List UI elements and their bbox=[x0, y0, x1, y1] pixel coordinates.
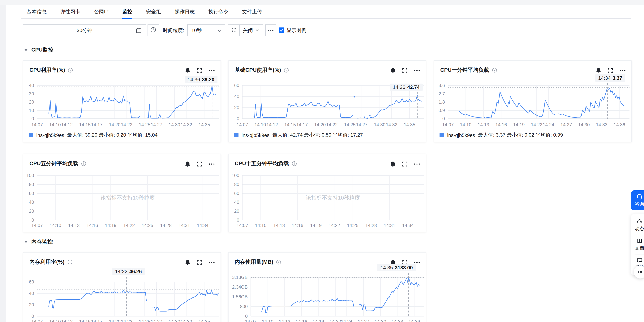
alarm-bell-icon[interactable] bbox=[390, 161, 396, 167]
svg-text:60: 60 bbox=[29, 191, 34, 196]
svg-text:14:28: 14:28 bbox=[366, 223, 377, 228]
info-icon[interactable] bbox=[81, 161, 86, 166]
auto-refresh-select[interactable]: 关闭 bbox=[240, 24, 263, 36]
collapse-caret-icon bbox=[24, 49, 28, 51]
svg-text:14:07: 14:07 bbox=[31, 319, 43, 322]
fullscreen-icon[interactable] bbox=[607, 68, 614, 74]
info-icon[interactable] bbox=[67, 259, 72, 265]
svg-text:14:33: 14:33 bbox=[392, 319, 403, 322]
alarm-bell-icon[interactable] bbox=[184, 259, 191, 266]
svg-text:60: 60 bbox=[29, 279, 34, 284]
svg-text:0.9: 0.9 bbox=[438, 108, 445, 113]
svg-text:60: 60 bbox=[234, 83, 239, 88]
tab-operation-log[interactable]: 操作日志 bbox=[175, 5, 195, 18]
consult-button[interactable]: 咨询 bbox=[631, 190, 644, 210]
monitoring-page: 基本信息 弹性网卡 公网IP 监控 安全组 操作日志 执行命令 文件上传 30分… bbox=[0, 0, 644, 322]
clock-icon bbox=[150, 27, 156, 34]
granularity-value: 10秒 bbox=[191, 27, 202, 34]
info-icon[interactable] bbox=[492, 68, 497, 73]
alarm-bell-icon[interactable] bbox=[390, 68, 396, 74]
max-value-tooltip: 14:3642.74 bbox=[390, 84, 423, 91]
svg-text:30: 30 bbox=[29, 91, 34, 96]
svg-text:14:32: 14:32 bbox=[180, 122, 192, 127]
info-icon[interactable] bbox=[292, 161, 297, 166]
more-menu-icon[interactable] bbox=[414, 67, 420, 74]
chart-legend[interactable]: ins-qjb5k9es 最大值: 42.74 最小值: 0.50 平均值: 1… bbox=[234, 132, 363, 139]
svg-text:14:07: 14:07 bbox=[236, 122, 248, 127]
time-range-picker[interactable]: 30分钟 bbox=[23, 24, 146, 36]
svg-text:14:13: 14:13 bbox=[68, 223, 80, 228]
svg-text:2.7: 2.7 bbox=[438, 91, 445, 96]
consult-label: 咨询 bbox=[635, 201, 644, 207]
section-memory-monitoring[interactable]: 内存监控 bbox=[24, 238, 53, 245]
svg-text:14:20: 14:20 bbox=[109, 122, 120, 127]
divider bbox=[635, 254, 644, 254]
history-time-button[interactable] bbox=[148, 24, 159, 36]
fullscreen-icon[interactable] bbox=[196, 259, 202, 266]
more-menu-icon[interactable] bbox=[208, 67, 215, 74]
svg-text:3.6: 3.6 bbox=[438, 83, 445, 88]
svg-text:14:19: 14:19 bbox=[310, 223, 322, 228]
more-menu-icon[interactable] bbox=[208, 259, 215, 266]
alarm-bell-icon[interactable] bbox=[184, 68, 191, 74]
info-icon[interactable] bbox=[68, 68, 73, 73]
svg-text:14:35: 14:35 bbox=[198, 122, 210, 127]
tab-file-upload[interactable]: 文件上传 bbox=[242, 5, 262, 18]
svg-text:14:25: 14:25 bbox=[139, 319, 150, 322]
svg-text:14:13: 14:13 bbox=[478, 122, 489, 127]
section-cpu-monitoring[interactable]: CPU监控 bbox=[24, 46, 53, 53]
info-icon[interactable] bbox=[276, 259, 281, 265]
tab-public-ip[interactable]: 公网IP bbox=[94, 5, 109, 18]
svg-text:14:36: 14:36 bbox=[408, 319, 420, 322]
page-left-gutter bbox=[0, 5, 6, 322]
svg-text:14:16: 14:16 bbox=[495, 122, 507, 127]
ellipsis-icon bbox=[267, 27, 274, 34]
more-menu-icon[interactable] bbox=[208, 161, 215, 167]
fullscreen-icon[interactable] bbox=[196, 68, 202, 74]
tab-security-group[interactable]: 安全组 bbox=[146, 5, 161, 18]
more-actions-button[interactable] bbox=[265, 24, 276, 36]
svg-text:14:35: 14:35 bbox=[198, 319, 210, 322]
floating-item-news[interactable]: 动态 bbox=[635, 217, 644, 233]
alarm-bell-icon[interactable] bbox=[596, 68, 602, 74]
floating-item-docs[interactable]: 文档 bbox=[635, 236, 644, 253]
alarm-bell-icon[interactable] bbox=[184, 161, 191, 167]
fullscreen-icon[interactable] bbox=[402, 68, 408, 74]
granularity-select[interactable]: 10秒 bbox=[187, 24, 225, 36]
chart-legend[interactable]: ins-qjb5k9es 最大值: 39.20 最小值: 0.20 平均值: 1… bbox=[29, 132, 158, 139]
svg-text:14:22: 14:22 bbox=[121, 122, 132, 127]
chart-legend[interactable]: ins-qjb5k9es 最大值: 3.37 最小值: 0.02 平均值: 0.… bbox=[440, 132, 563, 139]
refresh-button[interactable] bbox=[228, 24, 240, 36]
info-icon[interactable] bbox=[284, 68, 289, 73]
svg-text:20: 20 bbox=[234, 208, 239, 214]
svg-text:14:25: 14:25 bbox=[142, 223, 153, 228]
divider bbox=[635, 235, 644, 235]
svg-text:14:22: 14:22 bbox=[328, 223, 340, 228]
fullscreen-icon[interactable] bbox=[196, 161, 202, 167]
svg-text:14:27: 14:27 bbox=[151, 122, 162, 127]
panel-toggle-icon bbox=[637, 269, 643, 275]
svg-text:14:32: 14:32 bbox=[386, 122, 397, 127]
floating-item-label: 动态 bbox=[635, 225, 644, 232]
tab-basic-info[interactable]: 基本信息 bbox=[27, 5, 47, 18]
monitor-toolbar: 30分钟 时间粒度: 10秒 关闭 bbox=[23, 24, 306, 36]
chart-card-mem-util: 内存利用率(%) 14:2246.26 14:0714:1014:1214:15… bbox=[23, 252, 221, 322]
chart-title: CPU十五分钟平均负载 bbox=[235, 160, 289, 167]
chart-title: 内存使用量(MB) bbox=[235, 259, 273, 266]
tab-monitoring[interactable]: 监控 bbox=[122, 5, 132, 18]
tab-eni[interactable]: 弹性网卡 bbox=[60, 5, 80, 18]
svg-text:14:12: 14:12 bbox=[61, 122, 72, 127]
show-legend-checkbox[interactable] bbox=[278, 27, 284, 33]
fullscreen-icon[interactable] bbox=[402, 161, 408, 167]
legend-swatch bbox=[234, 133, 238, 137]
more-menu-icon[interactable] bbox=[414, 161, 420, 167]
tab-run-command[interactable]: 执行命令 bbox=[208, 5, 228, 18]
more-menu-icon[interactable] bbox=[619, 67, 626, 74]
svg-text:20: 20 bbox=[234, 105, 239, 110]
show-legend-label: 显示图例 bbox=[286, 27, 306, 34]
svg-text:14:24: 14:24 bbox=[543, 122, 554, 127]
svg-text:14:30: 14:30 bbox=[375, 319, 386, 322]
svg-text:14:15: 14:15 bbox=[284, 122, 296, 127]
detail-tabbar: 基本信息 弹性网卡 公网IP 监控 安全组 操作日志 执行命令 文件上传 bbox=[22, 5, 630, 19]
svg-text:14:10: 14:10 bbox=[255, 223, 266, 228]
